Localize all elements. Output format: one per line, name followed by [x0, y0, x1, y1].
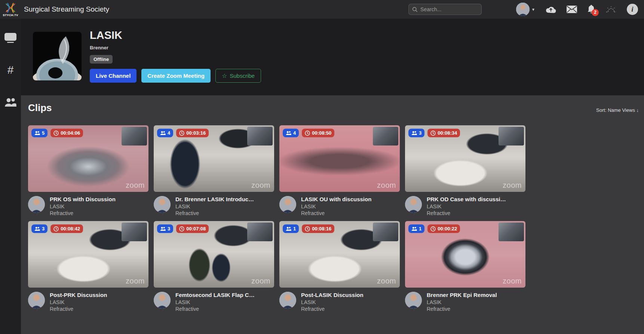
clips-grid: 5 00:04:06 zoom PRK OS with Discussion L… — [28, 125, 529, 312]
clip-category-label: Refractive — [175, 210, 254, 217]
webcam-pip — [499, 223, 524, 241]
duration-label: 00:04:06 — [61, 130, 80, 136]
clip-category-label: Refractive — [427, 210, 506, 217]
viewer-count: 3 — [168, 226, 170, 232]
presenter-avatar[interactable] — [28, 292, 45, 309]
viewer-count: 5 — [42, 130, 45, 136]
user-menu[interactable]: ▼ — [516, 3, 535, 16]
star-icon: ☆ — [222, 72, 227, 79]
clip-thumbnail[interactable]: 1 00:08:16 zoom — [279, 221, 400, 288]
clip-thumbnail[interactable]: 4 00:03:16 zoom — [154, 125, 274, 192]
clock-icon — [179, 226, 184, 232]
clips-heading: Clips — [28, 102, 52, 114]
search-box[interactable] — [408, 4, 482, 15]
viewer-count: 3 — [419, 130, 421, 136]
sidebar-item-tags[interactable]: # — [3, 64, 18, 76]
viewers-icon — [160, 227, 166, 231]
clip-title[interactable]: Brenner PRK Epi Removal — [427, 292, 497, 299]
clock-icon — [305, 226, 310, 232]
clock-icon — [53, 131, 59, 136]
clip-title[interactable]: Post-PRK Discussion — [50, 292, 107, 299]
clip-title[interactable]: Femtosecond LASIK Flap C… — [175, 292, 255, 299]
sort-control[interactable]: Sort: Name Views ↓ — [596, 107, 639, 113]
clip-thumbnail[interactable]: 4 00:08:50 zoom — [279, 125, 400, 192]
viewer-count-badge: 3 — [31, 224, 47, 233]
clip-category-label: Refractive — [427, 306, 497, 312]
viewers-icon — [160, 131, 166, 135]
presenter-avatar[interactable] — [154, 196, 171, 213]
clip-card[interactable]: 4 00:03:16 zoom Dr. Brenner LASIK Introd… — [154, 125, 274, 217]
live-channel-button[interactable]: Live Channel — [90, 69, 137, 83]
clip-card[interactable]: 4 00:08:50 zoom LASIK OU with discussion… — [279, 125, 400, 217]
presenter-avatar[interactable] — [279, 196, 296, 213]
clip-thumbnail[interactable]: 3 00:07:08 zoom — [154, 221, 274, 288]
user-avatar[interactable] — [516, 3, 530, 16]
clip-title[interactable]: LASIK OU with discussion — [301, 196, 371, 203]
clip-category-label: Refractive — [175, 306, 255, 312]
hashtag-icon: # — [7, 64, 14, 76]
theme-toggle-button[interactable] — [605, 6, 617, 13]
clip-card[interactable]: 3 00:08:34 zoom PRK OD Case with discuss… — [405, 125, 525, 217]
presenter-avatar[interactable] — [279, 292, 296, 309]
viewers-icon — [34, 131, 40, 135]
search-input[interactable] — [420, 6, 478, 12]
duration-label: 00:00:22 — [438, 226, 457, 232]
clip-thumbnail[interactable]: 5 00:04:06 zoom — [28, 125, 148, 192]
channel-thumbnail[interactable] — [33, 32, 82, 80]
clip-card[interactable]: 3 00:08:42 zoom Post-PRK Discussion LASI… — [28, 221, 148, 312]
zoom-watermark: zoom — [126, 277, 145, 285]
presenter-avatar[interactable] — [405, 292, 422, 309]
clip-info: Post-PRK Discussion LASIK Refractive — [28, 292, 148, 312]
clip-card[interactable]: 1 00:08:16 zoom Post-LASIK Discussion LA… — [279, 221, 400, 312]
clip-category-label: Refractive — [50, 210, 116, 217]
clip-title[interactable]: Dr. Brenner LASIK Introduc… — [175, 196, 254, 203]
clip-card[interactable]: 1 00:00:22 zoom Brenner PRK Epi Removal … — [405, 221, 525, 312]
logo-text: STYCH.TV — [3, 13, 18, 17]
clip-channel-label: LASIK — [301, 203, 371, 210]
upload-button[interactable] — [545, 5, 556, 13]
clip-thumbnail[interactable]: 3 00:08:34 zoom — [405, 125, 525, 192]
clock-icon — [430, 131, 436, 136]
clip-title[interactable]: PRK OD Case with discussi… — [427, 196, 506, 203]
clip-channel-label: LASIK — [427, 299, 497, 306]
status-badge: Offline — [90, 55, 113, 64]
subscribe-button[interactable]: ☆ Subscribe — [215, 69, 261, 83]
clip-title[interactable]: Post-LASIK Discussion — [301, 292, 364, 299]
app-logo[interactable]: STYCH.TV — [0, 0, 21, 19]
sidebar-item-channels[interactable] — [3, 31, 18, 44]
people-icon — [4, 98, 16, 107]
clock-icon — [179, 131, 184, 136]
webcam-pip — [373, 127, 398, 145]
zoom-watermark: zoom — [377, 181, 396, 190]
zoom-watermark: zoom — [377, 277, 396, 285]
chevron-down-icon: ▼ — [531, 7, 535, 12]
sidebar-item-community[interactable] — [3, 96, 18, 108]
messages-button[interactable] — [567, 6, 577, 13]
duration-label: 00:08:50 — [312, 130, 331, 136]
clock-icon — [53, 226, 59, 232]
duration-label: 00:07:08 — [186, 226, 206, 232]
clip-card[interactable]: 5 00:04:06 zoom PRK OS with Discussion L… — [28, 125, 148, 217]
clock-icon — [430, 226, 436, 232]
clip-thumbnail[interactable]: 1 00:00:22 zoom — [405, 221, 525, 288]
duration-badge: 00:04:06 — [50, 129, 83, 137]
viewer-count-badge: 4 — [283, 129, 299, 137]
clip-channel-label: LASIK — [175, 299, 255, 306]
notifications-button[interactable]: 2 — [587, 5, 595, 14]
clip-thumbnail[interactable]: 3 00:08:42 zoom — [28, 221, 148, 288]
webcam-pip — [247, 127, 273, 145]
clip-card[interactable]: 3 00:07:08 zoom Femtosecond LASIK Flap C… — [154, 221, 274, 312]
viewers-icon — [411, 227, 417, 231]
viewer-count-badge: 1 — [283, 224, 299, 233]
mail-icon — [567, 6, 577, 13]
clip-title[interactable]: PRK OS with Discussion — [50, 196, 116, 203]
presenter-avatar[interactable] — [405, 196, 422, 213]
clock-icon — [305, 131, 310, 136]
presenter-avatar[interactable] — [28, 196, 45, 213]
presenter-avatar[interactable] — [154, 292, 171, 309]
info-button[interactable]: i — [627, 4, 638, 15]
duration-label: 00:03:16 — [186, 130, 206, 136]
create-zoom-meeting-button[interactable]: Create Zoom Meeting — [141, 69, 211, 83]
clip-category-label: Refractive — [301, 306, 364, 312]
search-icon — [412, 7, 418, 12]
